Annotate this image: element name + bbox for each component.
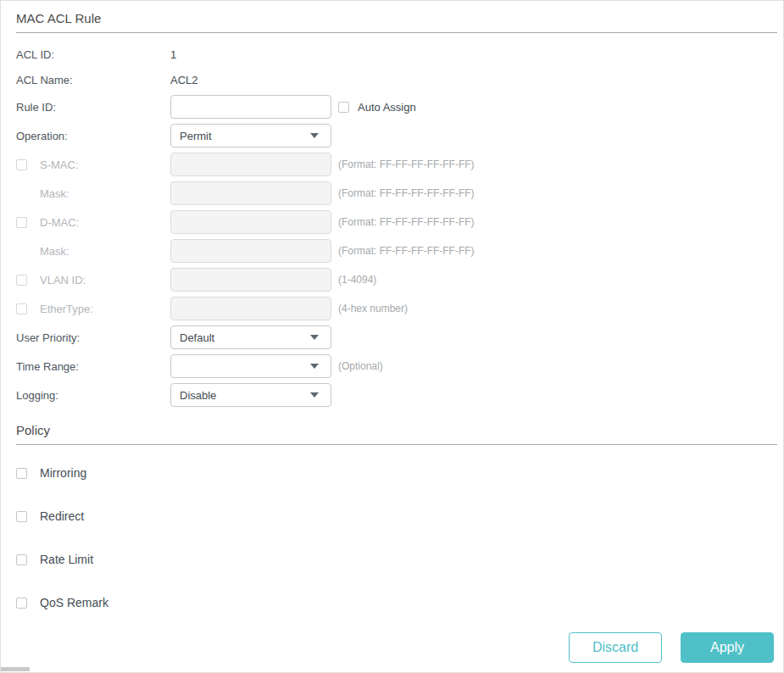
policy-item-redirect: Redirect — [16, 508, 783, 525]
rule-id-label: Rule ID: — [16, 101, 170, 114]
acl-id-value: 1 — [170, 48, 176, 61]
ethertype-input — [170, 297, 331, 320]
acl-name-value: ACL2 — [170, 74, 198, 86]
auto-assign-checkbox[interactable] — [338, 102, 349, 113]
discard-button[interactable]: Discard — [569, 632, 662, 663]
ethertype-row: EtherType: (4-hex number) — [16, 294, 783, 323]
dmac-mask-input — [170, 239, 331, 263]
smac-input — [170, 153, 331, 176]
time-range-hint: (Optional) — [338, 360, 383, 372]
policy-list: Mirroring Redirect Rate Limit QoS Remark — [1, 464, 783, 611]
user-priority-select-value: Default — [180, 331, 214, 344]
dropdown-arrow-icon — [310, 335, 319, 340]
dmac-mask-row: Mask: (Format: FF-FF-FF-FF-FF-FF) — [16, 236, 783, 265]
vlan-id-enable-checkbox[interactable] — [16, 275, 27, 286]
dmac-mask-hint: (Format: FF-FF-FF-FF-FF-FF) — [338, 245, 475, 257]
smac-mask-input — [170, 181, 331, 205]
redirect-label: Redirect — [40, 509, 84, 523]
dmac-label: D-MAC: — [40, 216, 170, 229]
policy-section-title: Policy — [16, 423, 777, 445]
operation-label: Operation: — [16, 130, 170, 142]
policy-item-rate-limit: Rate Limit — [16, 551, 783, 568]
ethertype-hint: (4-hex number) — [338, 303, 408, 314]
apply-button[interactable]: Apply — [681, 632, 774, 663]
logging-select[interactable]: Disable — [170, 383, 331, 407]
rate-limit-label: Rate Limit — [40, 553, 93, 566]
auto-assign-label: Auto Assign — [358, 101, 416, 114]
logging-row: Logging: Disable — [16, 381, 783, 409]
vlan-id-row: VLAN ID: (1-4094) — [16, 265, 783, 294]
logging-select-value: Disable — [180, 389, 216, 402]
operation-select[interactable]: Permit — [170, 124, 331, 147]
rule-id-input[interactable] — [170, 95, 331, 119]
dmac-input — [170, 210, 331, 234]
rate-limit-checkbox[interactable] — [16, 554, 27, 565]
mac-acl-rule-panel: MAC ACL Rule ACL ID: 1 ACL Name: ACL2 Ru… — [0, 0, 784, 673]
vlan-id-label: VLAN ID: — [40, 274, 170, 286]
smac-mask-hint: (Format: FF-FF-FF-FF-FF-FF) — [338, 187, 475, 199]
time-range-select[interactable] — [170, 354, 331, 378]
acl-id-row: ACL ID: 1 — [16, 42, 783, 67]
vlan-id-hint: (1-4094) — [338, 274, 376, 286]
qos-remark-checkbox[interactable] — [16, 598, 27, 609]
logging-label: Logging: — [16, 389, 170, 402]
vlan-id-input — [170, 268, 331, 292]
dropdown-arrow-icon — [310, 392, 319, 398]
acl-name-row: ACL Name: ACL2 — [16, 67, 783, 92]
mirroring-label: Mirroring — [40, 466, 86, 480]
acl-name-label: ACL Name: — [16, 74, 170, 86]
smac-enable-checkbox[interactable] — [16, 159, 27, 170]
acl-id-label: ACL ID: — [16, 48, 170, 61]
dropdown-arrow-icon — [310, 364, 319, 369]
policy-item-qos-remark: QoS Remark — [16, 594, 783, 611]
smac-row: S-MAC: (Format: FF-FF-FF-FF-FF-FF) — [16, 150, 783, 179]
mac-acl-rule-form: ACL ID: 1 ACL Name: ACL2 Rule ID: Auto A… — [1, 42, 783, 409]
operation-select-value: Permit — [180, 130, 212, 142]
smac-mask-label: Mask: — [40, 187, 170, 200]
dmac-mask-label: Mask: — [40, 245, 170, 258]
smac-label: S-MAC: — [40, 159, 170, 171]
redirect-checkbox[interactable] — [16, 511, 27, 522]
dmac-hint: (Format: FF-FF-FF-FF-FF-FF) — [338, 216, 475, 228]
footer-actions: Discard Apply — [569, 632, 774, 663]
ethertype-enable-checkbox[interactable] — [16, 303, 27, 314]
qos-remark-label: QoS Remark — [40, 596, 108, 609]
time-range-row: Time Range: (Optional) — [16, 352, 783, 381]
smac-hint: (Format: FF-FF-FF-FF-FF-FF) — [338, 159, 475, 170]
page-title: MAC ACL Rule — [16, 11, 777, 33]
mirroring-checkbox[interactable] — [16, 468, 27, 479]
user-priority-label: User Priority: — [16, 331, 170, 344]
smac-mask-row: Mask: (Format: FF-FF-FF-FF-FF-FF) — [16, 179, 783, 208]
dmac-row: D-MAC: (Format: FF-FF-FF-FF-FF-FF) — [16, 208, 783, 236]
user-priority-row: User Priority: Default — [16, 323, 783, 352]
user-priority-select[interactable]: Default — [170, 325, 331, 349]
policy-item-mirroring: Mirroring — [16, 464, 783, 481]
ethertype-label: EtherType: — [40, 303, 170, 315]
dmac-enable-checkbox[interactable] — [16, 217, 27, 228]
time-range-label: Time Range: — [16, 360, 170, 373]
horizontal-scrollbar-thumb[interactable] — [1, 667, 30, 671]
operation-row: Operation: Permit — [16, 121, 783, 150]
dropdown-arrow-icon — [310, 133, 319, 138]
rule-id-row: Rule ID: Auto Assign — [16, 92, 783, 121]
